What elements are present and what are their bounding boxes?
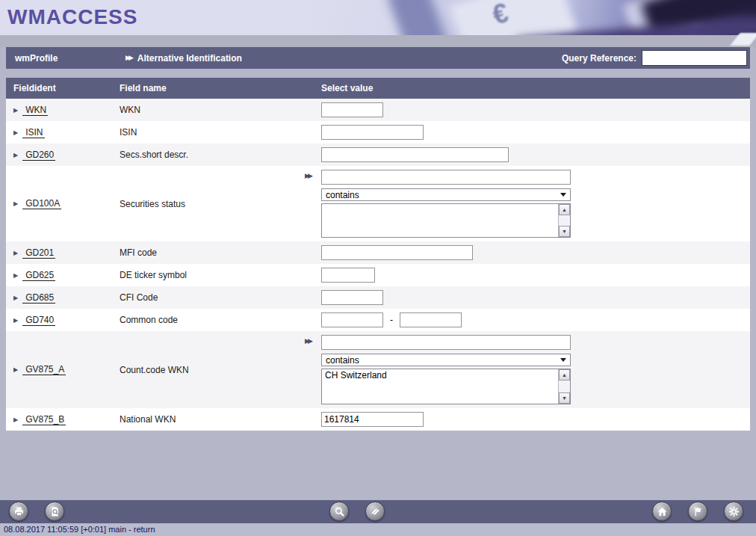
fieldident-link[interactable]: WKN — [22, 105, 48, 116]
scroll-up-icon[interactable]: ▲ — [559, 204, 570, 215]
field-name-label: CFI Code — [120, 292, 321, 303]
wmaccess-window: € WMACCESS wmProfile ▶▶ Alternative Iden… — [0, 0, 756, 536]
printer-icon — [13, 506, 25, 517]
value-input[interactable] — [321, 335, 571, 350]
eraser-icon — [370, 506, 381, 517]
field-name-label: Secs.short descr. — [120, 150, 321, 160]
print-preview-icon — [49, 506, 61, 517]
listbox-item[interactable]: CH Switzerland — [325, 370, 555, 381]
value-input[interactable] — [321, 102, 383, 117]
footer-toolbar — [0, 500, 756, 523]
row-expand-icon[interactable]: ▶ — [13, 152, 18, 158]
field-name-label: WKN — [120, 105, 321, 115]
query-reference-label: Query Reference: — [562, 53, 636, 64]
range-from-input[interactable] — [321, 312, 383, 327]
row-expand-icon[interactable]: ▶ — [13, 107, 18, 114]
field-name-label: ISIN — [120, 127, 321, 138]
banner-keyboard-photo: € — [308, 0, 756, 35]
flag-icon — [693, 506, 704, 517]
value-input[interactable] — [321, 170, 571, 185]
table-row: ▶GV875_ACount.code WKN▶▶containsCH Switz… — [6, 331, 750, 408]
listbox-items — [322, 204, 558, 237]
home-icon — [657, 506, 668, 517]
value-input[interactable] — [321, 245, 473, 260]
app-name-label: wmProfile — [15, 53, 58, 64]
match-mode-value: contains — [326, 355, 359, 366]
listbox-scrollbar[interactable]: ▲▼ — [558, 204, 570, 237]
match-mode-select[interactable]: contains — [321, 188, 571, 201]
field-table: Fieldident Field name Select value ▶WKNW… — [6, 78, 750, 431]
chevron-down-icon — [560, 358, 566, 362]
value-listbox[interactable]: CH Switzerland▲▼ — [321, 369, 571, 404]
breadcrumb-arrow-icon: ▶▶ — [126, 54, 131, 61]
query-reference-input[interactable] — [642, 50, 747, 66]
row-expand-icon[interactable]: ▶ — [13, 295, 18, 301]
range-to-input[interactable] — [400, 312, 462, 327]
refresh-button[interactable] — [724, 502, 743, 521]
header-fieldident: Fieldident — [6, 83, 120, 93]
header-select-value: Select value — [321, 83, 750, 93]
printer-button[interactable] — [9, 502, 28, 521]
row-expand-icon[interactable]: ▶ — [13, 272, 18, 279]
row-expand-icon[interactable]: ▶ — [13, 129, 18, 136]
table-header-row: Fieldident Field name Select value — [6, 78, 750, 99]
fieldident-link[interactable]: GD740 — [22, 315, 55, 326]
value-input[interactable] — [321, 290, 383, 305]
row-expand-icon[interactable]: ▶ — [13, 366, 18, 373]
field-name-label: Securities status — [120, 199, 321, 209]
field-name-label: Common code — [120, 315, 321, 325]
match-mode-value: contains — [326, 190, 359, 200]
header-field-name: Field name — [120, 83, 321, 93]
row-expand-icon[interactable]: ▶ — [13, 317, 18, 324]
table-row: ▶ISINISIN — [6, 121, 750, 144]
listbox-scrollbar[interactable]: ▲▼ — [558, 369, 570, 404]
field-name-label: National WKN — [120, 414, 321, 425]
value-listbox[interactable]: ▲▼ — [321, 203, 571, 238]
multi-value-arrow-icon: ▶▶ — [305, 337, 311, 345]
range-separator: - — [390, 315, 393, 325]
scroll-down-icon[interactable]: ▼ — [559, 392, 570, 404]
table-row: ▶GD260Secs.short descr. — [6, 144, 750, 166]
listbox-items: CH Switzerland — [322, 369, 558, 404]
wmaccess-logo: WMACCESS — [7, 5, 137, 29]
query-toolbar: wmProfile ▶▶ Alternative Identification … — [6, 47, 750, 69]
scrollbar-track[interactable] — [559, 381, 570, 392]
row-expand-icon[interactable]: ▶ — [13, 250, 18, 256]
row-expand-icon[interactable]: ▶ — [13, 416, 18, 423]
value-input[interactable] — [321, 412, 424, 427]
scrollbar-track[interactable] — [559, 215, 570, 226]
fieldident-link[interactable]: GV875_B — [22, 414, 66, 425]
multi-value-arrow-icon: ▶▶ — [305, 172, 311, 179]
fieldident-link[interactable]: GD100A — [22, 198, 61, 209]
table-row: ▶GD740Common code- — [6, 309, 750, 331]
row-expand-icon[interactable]: ▶ — [13, 200, 18, 207]
fieldident-link[interactable]: GV875_A — [22, 364, 66, 375]
field-name-label: DE ticker symbol — [120, 270, 321, 280]
fieldident-link[interactable]: GD625 — [22, 270, 55, 281]
value-input[interactable] — [321, 125, 424, 140]
home-button[interactable] — [652, 502, 672, 521]
search-button[interactable] — [329, 502, 349, 521]
fieldident-link[interactable]: GD260 — [22, 150, 55, 161]
scroll-down-icon[interactable]: ▼ — [559, 226, 570, 237]
table-row: ▶GD201MFI code — [6, 241, 750, 264]
banner-divider — [0, 35, 756, 47]
table-row: ▶GV875_BNational WKN — [6, 408, 750, 431]
refresh-icon — [728, 506, 740, 517]
app-banner: € WMACCESS — [0, 0, 756, 35]
field-name-label: MFI code — [120, 247, 321, 258]
fieldident-link[interactable]: GD685 — [22, 292, 55, 304]
fieldident-link[interactable]: GD201 — [22, 247, 55, 259]
table-row: ▶GD685CFI Code — [6, 286, 750, 309]
search-icon — [334, 506, 345, 517]
fieldident-link[interactable]: ISIN — [22, 127, 44, 138]
value-input[interactable] — [321, 147, 509, 162]
print-preview-button[interactable] — [45, 502, 64, 521]
table-row: ▶GD625DE ticker symbol — [6, 264, 750, 286]
value-input[interactable] — [321, 268, 375, 283]
flag-button[interactable] — [688, 502, 707, 521]
field-name-label: Count.code WKN — [120, 365, 321, 375]
eraser-button[interactable] — [365, 502, 385, 521]
scroll-up-icon[interactable]: ▲ — [559, 369, 570, 381]
match-mode-select[interactable]: contains — [321, 354, 571, 366]
